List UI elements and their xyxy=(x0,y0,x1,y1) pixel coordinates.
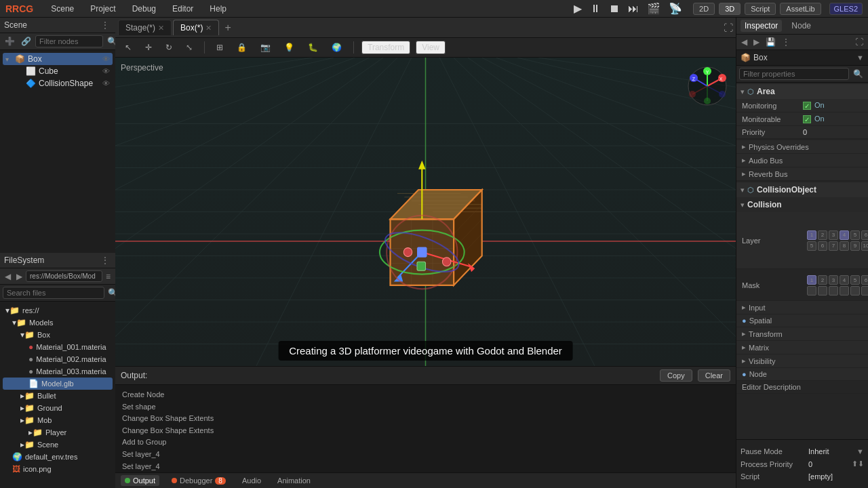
scale-tool[interactable]: ⤡ xyxy=(182,41,197,54)
insp-save[interactable]: 💾 xyxy=(764,37,778,47)
fs-item-env[interactable]: 🌍 default_env.tres xyxy=(3,451,113,463)
fs-item-mat002[interactable]: ● Material_002.materia xyxy=(3,353,113,365)
node-dropdown-icon[interactable]: ▼ xyxy=(856,54,864,62)
mask-cell-18[interactable] xyxy=(861,286,868,296)
section-audiobus[interactable]: ▸ Audio Bus xyxy=(736,154,868,167)
section-transform[interactable]: ▸ Transform xyxy=(736,327,868,341)
env-button[interactable]: 🌍 xyxy=(328,41,346,54)
tab-inspector[interactable]: Inspector xyxy=(741,20,782,32)
section-matrix[interactable]: ▸ Matrix xyxy=(736,341,868,354)
section-visibility[interactable]: ▸ Visibility xyxy=(736,354,868,368)
fs-item-bullet[interactable]: ▸📁 Bullet xyxy=(3,390,113,402)
layer-cell-6[interactable]: 6 xyxy=(861,230,868,240)
tab-animation[interactable]: Animation xyxy=(273,475,315,486)
tab-box[interactable]: Box(*) ✕ xyxy=(173,20,219,35)
tab-audio[interactable]: Audio xyxy=(238,475,265,486)
btn-3d[interactable]: 3D xyxy=(719,3,741,15)
tab-stage-close[interactable]: ✕ xyxy=(158,24,164,33)
tab-add-button[interactable]: + xyxy=(220,22,235,34)
collision-sub-header[interactable]: ▾ Collision xyxy=(736,197,868,212)
pause-button[interactable]: ⏸ xyxy=(587,2,604,16)
insp-expand[interactable]: ⛶ xyxy=(853,37,865,47)
mask-cell-14[interactable] xyxy=(818,286,827,296)
menu-help[interactable]: Help xyxy=(205,3,231,15)
section-reverbbus[interactable]: ▸ Reverb Bus xyxy=(736,167,868,181)
btn-assetlib[interactable]: AssetLib xyxy=(780,3,821,15)
stop-button[interactable]: ⏹ xyxy=(606,2,623,16)
layer-cell-3[interactable]: 3 xyxy=(829,230,838,240)
tab-box-close[interactable]: ✕ xyxy=(205,24,212,33)
fs-item-box[interactable]: ▾📁 Box xyxy=(3,329,113,341)
mask-cell-1[interactable]: 1 xyxy=(807,275,816,285)
scene-settings-button[interactable]: ⋮ xyxy=(99,20,111,30)
debug-button[interactable]: 🐛 xyxy=(304,41,322,54)
mask-cell-3[interactable]: 3 xyxy=(829,275,838,285)
clear-button[interactable]: Clear xyxy=(698,369,730,382)
layer-cell-13[interactable]: 5 xyxy=(807,241,816,251)
transform-button[interactable]: Transform xyxy=(361,41,410,54)
instance-button[interactable]: 🔗 xyxy=(19,36,33,47)
section-physics[interactable]: ▸ Physics Overrides xyxy=(736,140,868,154)
layer-cell-2[interactable]: 2 xyxy=(818,230,827,240)
mask-cell-6[interactable]: 6 xyxy=(861,275,868,285)
mask-cell-2[interactable]: 2 xyxy=(818,275,827,285)
mask-cell-13[interactable] xyxy=(807,286,816,296)
viewport-expand-button[interactable]: ⛶ xyxy=(724,22,733,33)
viewport[interactable]: Perspective X Y Z xyxy=(115,58,736,366)
collision-visibility-icon[interactable]: 👁 xyxy=(102,79,110,87)
fs-item-res[interactable]: ▾📁 res:// xyxy=(3,304,113,317)
layer-cell-1[interactable]: 1 xyxy=(807,230,816,240)
fs-back-button[interactable]: ◀ xyxy=(3,271,13,282)
add-node-button[interactable]: ➕ xyxy=(3,36,17,47)
monitoring-checkbox[interactable]: ✓ xyxy=(803,102,811,110)
snap-button[interactable]: 🔒 xyxy=(233,41,251,54)
section-input[interactable]: ▸ Input xyxy=(736,301,868,314)
layer-cell-14[interactable]: 6 xyxy=(818,241,827,251)
light-button[interactable]: 💡 xyxy=(280,41,298,54)
pause-mode-dropdown[interactable]: ▼ xyxy=(856,447,864,455)
scene-search-input[interactable] xyxy=(35,35,103,47)
select-tool[interactable]: ↖ xyxy=(121,41,136,54)
fs-item-ground[interactable]: ▸📁 Ground xyxy=(3,402,113,414)
mask-cell-15[interactable] xyxy=(829,286,838,296)
grid-button[interactable]: ⊞ xyxy=(212,41,227,54)
fs-menu-button[interactable]: ≡ xyxy=(104,271,113,282)
rotate-tool[interactable]: ↻ xyxy=(161,41,176,54)
fs-item-mat003[interactable]: ● Material_003.materia xyxy=(3,365,113,378)
mask-cell-17[interactable] xyxy=(850,286,860,296)
section-node-section[interactable]: ● Node xyxy=(736,368,868,381)
copy-button[interactable]: Copy xyxy=(660,369,692,382)
fs-item-mat001[interactable]: ● Material_001.materia xyxy=(3,341,113,353)
fs-item-mob[interactable]: ▸📁 Mob xyxy=(3,414,113,426)
fs-settings-button[interactable]: ⋮ xyxy=(99,255,111,266)
tab-stage[interactable]: Stage(*) ✕ xyxy=(118,20,172,35)
cube-visibility-icon[interactable]: 👁 xyxy=(102,67,110,75)
step-button[interactable]: ⏭ xyxy=(625,2,642,16)
filter-search-icon[interactable]: 🔍 xyxy=(851,68,865,79)
view-button[interactable]: View xyxy=(416,41,446,54)
play-button[interactable]: ▶ xyxy=(571,1,585,16)
filter-properties-input[interactable] xyxy=(739,68,849,80)
menu-editor[interactable]: Editor xyxy=(168,3,197,15)
layer-cell-17[interactable]: 9 xyxy=(850,241,860,251)
layer-cell-5[interactable]: 5 xyxy=(850,230,860,240)
scene-node-cube[interactable]: ⬜ Cube 👁 xyxy=(3,65,113,77)
scene-node-box[interactable]: ▾ 📦 Box 👁 xyxy=(3,53,113,65)
fs-item-models[interactable]: ▾📁 Models xyxy=(3,317,113,329)
process-priority-dropdown[interactable]: ⬆⬇ xyxy=(852,460,864,468)
layer-cell-15[interactable]: 7 xyxy=(829,241,838,251)
fs-search-input[interactable] xyxy=(3,287,104,299)
tab-node[interactable]: Node xyxy=(787,20,815,32)
layer-cell-16[interactable]: 8 xyxy=(840,241,849,251)
menu-debug[interactable]: Debug xyxy=(128,3,160,15)
fs-item-icon[interactable]: 🖼 icon.png xyxy=(3,463,113,475)
mask-cell-5[interactable]: 5 xyxy=(850,275,860,285)
tab-output[interactable]: Output xyxy=(121,475,159,486)
layer-cell-4[interactable]: 4 xyxy=(840,230,849,240)
move-tool[interactable]: ✛ xyxy=(141,41,156,54)
monitorable-checkbox[interactable]: ✓ xyxy=(803,115,811,123)
tab-debugger[interactable]: Debugger 8 xyxy=(167,475,230,486)
btn-script[interactable]: Script xyxy=(745,3,776,15)
insp-options[interactable]: ⋮ xyxy=(780,37,792,47)
fs-item-modelglb[interactable]: 📄 Model.glb xyxy=(3,378,113,390)
